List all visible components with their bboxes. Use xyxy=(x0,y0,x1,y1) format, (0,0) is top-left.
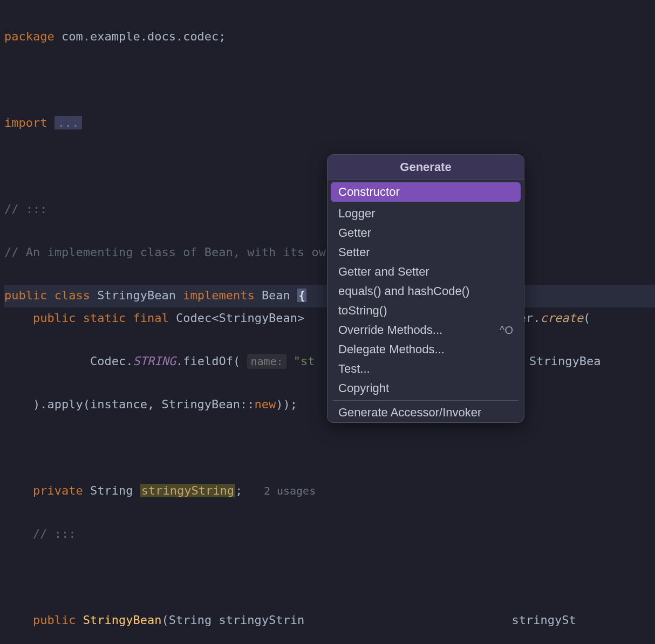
popup-item[interactable]: Logger xyxy=(328,204,524,223)
class-name: StringyBean xyxy=(97,289,176,302)
text: ).apply(instance, StringyBean:: xyxy=(33,398,255,411)
keyword-package: package xyxy=(4,30,54,43)
popup-item-label: Logger xyxy=(338,207,376,221)
popup-item[interactable]: Constructor xyxy=(331,182,521,202)
line-package: package com.example.docs.codec; xyxy=(4,26,655,47)
type-string: String xyxy=(90,484,133,497)
popup-item[interactable]: Setter xyxy=(328,243,524,262)
keyword-final: final xyxy=(133,311,168,325)
semicolon: ; xyxy=(235,484,242,497)
line-import: import ... xyxy=(4,112,655,134)
popup-item-accessor[interactable]: Generate Accessor/Invoker xyxy=(328,403,524,422)
popup-item[interactable]: Test... xyxy=(328,359,524,379)
string-literal: "st xyxy=(294,354,315,368)
popup-item[interactable]: Delegate Methods... xyxy=(328,340,524,359)
field-name: stringyString xyxy=(140,484,235,497)
popup-item[interactable]: equals() and hashCode() xyxy=(328,282,524,301)
interface-name: Bean xyxy=(262,289,290,302)
line-ctor: public StringyBean(String stringyStrin s… xyxy=(4,609,655,631)
text: StringyBea xyxy=(529,354,601,368)
popup-item-label: toString() xyxy=(338,304,387,318)
line-field: private String stringyString; 2 usages xyxy=(4,480,655,502)
fold-marker[interactable]: ... xyxy=(54,116,83,129)
text: Codec. xyxy=(90,354,133,368)
params: (String stringyStrin xyxy=(161,613,304,627)
popup-item[interactable]: Override Methods...^O xyxy=(328,320,524,340)
popup-item-label: equals() and hashCode() xyxy=(338,284,469,298)
comment-line: // ::: xyxy=(4,523,655,545)
popup-separator xyxy=(333,400,518,401)
popup-title: Generate xyxy=(328,155,524,180)
keyword-new: new xyxy=(255,398,276,411)
popup-item-label: Delegate Methods... xyxy=(338,342,445,357)
popup-item[interactable]: Copyright xyxy=(328,379,524,398)
popup-item-label: Getter xyxy=(338,226,371,240)
popup-item-label: Override Methods... xyxy=(338,323,442,337)
popup-item[interactable]: Getter xyxy=(328,223,524,243)
popup-item-label: Copyright xyxy=(338,381,389,395)
package-path: com.example.docs.codec; xyxy=(54,30,226,43)
popup-items: ConstructorLoggerGetterSetterGetter and … xyxy=(328,182,524,398)
text: stringySt xyxy=(511,613,576,627)
text: )); xyxy=(276,398,297,411)
brace: { xyxy=(297,289,306,302)
type-codec: Codec<StringyBean> xyxy=(176,311,304,325)
method-create: create xyxy=(540,311,583,325)
keyword-public: public xyxy=(33,613,76,627)
blank-line xyxy=(4,69,655,91)
paren: ( xyxy=(583,311,590,325)
const-string: STRING xyxy=(133,354,175,368)
blank-line xyxy=(4,566,655,588)
generate-popup: Generate ConstructorLoggerGetterSetterGe… xyxy=(327,154,524,423)
popup-item-label: Setter xyxy=(338,245,370,259)
keyword-class: class xyxy=(54,289,90,302)
keyword-public: public xyxy=(33,311,76,325)
keyword-import: import xyxy=(4,116,47,129)
popup-shortcut: ^O xyxy=(500,324,513,337)
keyword-private: private xyxy=(33,484,83,497)
method-fieldof: .fieldOf( xyxy=(176,354,240,368)
param-hint: name: xyxy=(247,354,286,369)
constructor-name: StringyBean xyxy=(83,613,162,627)
usage-hint[interactable]: 2 usages xyxy=(264,484,316,497)
keyword-static: static xyxy=(83,311,126,325)
popup-item-label: Getter and Setter xyxy=(338,265,429,279)
keyword-public: public xyxy=(4,289,47,302)
blank-line xyxy=(4,437,655,458)
popup-item-label: Constructor xyxy=(338,185,400,199)
popup-item[interactable]: toString() xyxy=(328,301,524,320)
keyword-implements: implements xyxy=(183,289,254,302)
popup-item-label: Test... xyxy=(338,362,370,376)
popup-item[interactable]: Getter and Setter xyxy=(328,262,524,282)
